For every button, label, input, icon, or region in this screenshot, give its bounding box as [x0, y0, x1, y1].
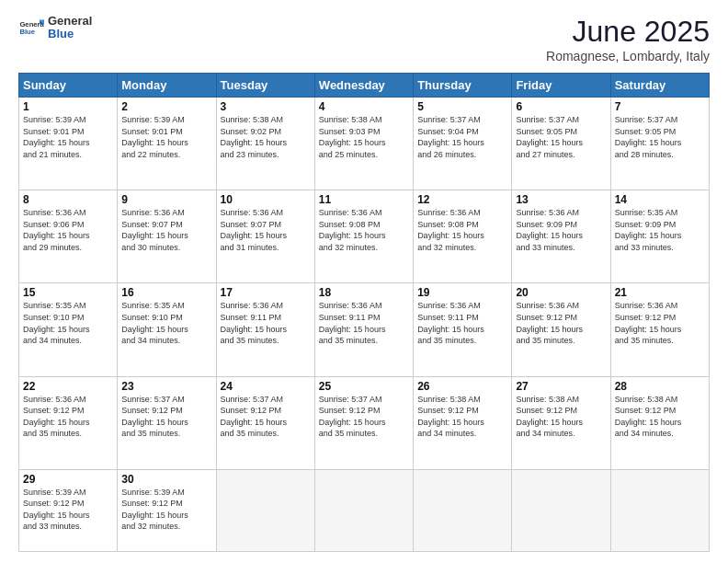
- day-number: 25: [319, 380, 409, 393]
- calendar-cell: 20Sunrise: 5:36 AMSunset: 9:12 PMDayligh…: [512, 283, 610, 376]
- calendar-cell: 12Sunrise: 5:36 AMSunset: 9:08 PMDayligh…: [414, 190, 512, 283]
- day-info: Sunrise: 5:36 AMSunset: 9:09 PMDaylight:…: [516, 207, 606, 253]
- calendar-cell: 16Sunrise: 5:35 AMSunset: 9:10 PMDayligh…: [118, 283, 216, 376]
- calendar-cell: [414, 469, 512, 551]
- day-number: 22: [23, 380, 113, 393]
- day-info: Sunrise: 5:37 AMSunset: 9:12 PMDaylight:…: [221, 394, 311, 440]
- day-info: Sunrise: 5:36 AMSunset: 9:06 PMDaylight:…: [23, 207, 113, 253]
- day-info: Sunrise: 5:36 AMSunset: 9:08 PMDaylight:…: [319, 207, 409, 253]
- day-info: Sunrise: 5:36 AMSunset: 9:12 PMDaylight:…: [516, 300, 606, 346]
- calendar-cell: 19Sunrise: 5:36 AMSunset: 9:11 PMDayligh…: [414, 283, 512, 376]
- header-monday: Monday: [118, 74, 216, 98]
- day-number: 26: [417, 380, 507, 393]
- calendar-cell: [216, 469, 314, 551]
- day-info: Sunrise: 5:38 AMSunset: 9:12 PMDaylight:…: [417, 394, 507, 440]
- calendar-cell: [314, 469, 413, 551]
- day-number: 14: [615, 193, 705, 206]
- day-number: 12: [417, 193, 507, 206]
- calendar-cell: 14Sunrise: 5:35 AMSunset: 9:09 PMDayligh…: [610, 190, 709, 283]
- weekday-header-row: Sunday Monday Tuesday Wednesday Thursday…: [19, 74, 710, 98]
- day-info: Sunrise: 5:37 AMSunset: 9:05 PMDaylight:…: [615, 114, 705, 160]
- day-number: 6: [516, 100, 606, 113]
- day-number: 28: [615, 380, 705, 393]
- day-info: Sunrise: 5:36 AMSunset: 9:11 PMDaylight:…: [319, 300, 409, 346]
- day-info: Sunrise: 5:37 AMSunset: 9:12 PMDaylight:…: [319, 394, 409, 440]
- day-number: 27: [516, 380, 606, 393]
- week-row-5: 29Sunrise: 5:39 AMSunset: 9:12 PMDayligh…: [19, 469, 710, 551]
- calendar-cell: 26Sunrise: 5:38 AMSunset: 9:12 PMDayligh…: [414, 376, 512, 469]
- header-saturday: Saturday: [610, 74, 709, 98]
- logo-blue-text: Blue: [48, 28, 92, 40]
- day-info: Sunrise: 5:35 AMSunset: 9:09 PMDaylight:…: [615, 207, 705, 253]
- day-info: Sunrise: 5:36 AMSunset: 9:11 PMDaylight:…: [221, 300, 311, 346]
- day-number: 2: [121, 100, 211, 113]
- day-info: Sunrise: 5:36 AMSunset: 9:12 PMDaylight:…: [23, 394, 113, 440]
- day-info: Sunrise: 5:36 AMSunset: 9:07 PMDaylight:…: [121, 207, 211, 253]
- location-text: Romagnese, Lombardy, Italy: [546, 49, 710, 63]
- day-number: 11: [319, 193, 409, 206]
- day-number: 24: [221, 380, 311, 393]
- day-info: Sunrise: 5:36 AMSunset: 9:12 PMDaylight:…: [615, 300, 705, 346]
- week-row-2: 8Sunrise: 5:36 AMSunset: 9:06 PMDaylight…: [19, 190, 710, 283]
- calendar-cell: 10Sunrise: 5:36 AMSunset: 9:07 PMDayligh…: [216, 190, 314, 283]
- day-number: 5: [417, 100, 507, 113]
- day-info: Sunrise: 5:39 AMSunset: 9:12 PMDaylight:…: [23, 487, 113, 533]
- calendar-cell: 5Sunrise: 5:37 AMSunset: 9:04 PMDaylight…: [414, 98, 512, 190]
- day-info: Sunrise: 5:38 AMSunset: 9:12 PMDaylight:…: [615, 394, 705, 440]
- calendar-cell: 28Sunrise: 5:38 AMSunset: 9:12 PMDayligh…: [610, 376, 709, 469]
- calendar-cell: 17Sunrise: 5:36 AMSunset: 9:11 PMDayligh…: [216, 283, 314, 376]
- header-wednesday: Wednesday: [314, 74, 413, 98]
- page: General Blue General Blue June 2025 Roma…: [0, 0, 728, 563]
- day-number: 9: [121, 193, 211, 206]
- day-info: Sunrise: 5:35 AMSunset: 9:10 PMDaylight:…: [23, 300, 113, 346]
- day-number: 18: [319, 286, 409, 299]
- day-number: 3: [221, 100, 311, 113]
- day-number: 19: [417, 286, 507, 299]
- logo-general-text: General: [48, 15, 92, 28]
- day-info: Sunrise: 5:38 AMSunset: 9:02 PMDaylight:…: [221, 114, 311, 160]
- calendar-cell: [512, 469, 610, 551]
- calendar-cell: 18Sunrise: 5:36 AMSunset: 9:11 PMDayligh…: [314, 283, 413, 376]
- day-info: Sunrise: 5:39 AMSunset: 9:12 PMDaylight:…: [121, 487, 211, 533]
- day-info: Sunrise: 5:38 AMSunset: 9:03 PMDaylight:…: [319, 114, 409, 160]
- calendar-cell: 8Sunrise: 5:36 AMSunset: 9:06 PMDaylight…: [19, 190, 118, 283]
- header-thursday: Thursday: [414, 74, 512, 98]
- day-number: 15: [23, 286, 113, 299]
- day-info: Sunrise: 5:38 AMSunset: 9:12 PMDaylight:…: [516, 394, 606, 440]
- calendar-cell: 21Sunrise: 5:36 AMSunset: 9:12 PMDayligh…: [610, 283, 709, 376]
- month-title: June 2025: [546, 15, 710, 49]
- calendar-cell: 6Sunrise: 5:37 AMSunset: 9:05 PMDaylight…: [512, 98, 610, 190]
- calendar-cell: 2Sunrise: 5:39 AMSunset: 9:01 PMDaylight…: [118, 98, 216, 190]
- header: General Blue General Blue June 2025 Roma…: [18, 15, 710, 63]
- title-block: June 2025 Romagnese, Lombardy, Italy: [546, 15, 710, 63]
- calendar-cell: 9Sunrise: 5:36 AMSunset: 9:07 PMDaylight…: [118, 190, 216, 283]
- calendar-cell: 29Sunrise: 5:39 AMSunset: 9:12 PMDayligh…: [19, 469, 118, 551]
- day-number: 4: [319, 100, 409, 113]
- calendar-cell: 7Sunrise: 5:37 AMSunset: 9:05 PMDaylight…: [610, 98, 709, 190]
- day-number: 23: [121, 380, 211, 393]
- calendar-cell: 24Sunrise: 5:37 AMSunset: 9:12 PMDayligh…: [216, 376, 314, 469]
- calendar-cell: 25Sunrise: 5:37 AMSunset: 9:12 PMDayligh…: [314, 376, 413, 469]
- day-info: Sunrise: 5:36 AMSunset: 9:07 PMDaylight:…: [221, 207, 311, 253]
- calendar-cell: 1Sunrise: 5:39 AMSunset: 9:01 PMDaylight…: [19, 98, 118, 190]
- day-info: Sunrise: 5:36 AMSunset: 9:08 PMDaylight:…: [417, 207, 507, 253]
- day-info: Sunrise: 5:37 AMSunset: 9:04 PMDaylight:…: [417, 114, 507, 160]
- calendar-cell: 3Sunrise: 5:38 AMSunset: 9:02 PMDaylight…: [216, 98, 314, 190]
- calendar-cell: 11Sunrise: 5:36 AMSunset: 9:08 PMDayligh…: [314, 190, 413, 283]
- calendar-table: Sunday Monday Tuesday Wednesday Thursday…: [18, 73, 710, 552]
- day-number: 8: [23, 193, 113, 206]
- day-number: 21: [615, 286, 705, 299]
- day-info: Sunrise: 5:39 AMSunset: 9:01 PMDaylight:…: [121, 114, 211, 160]
- day-number: 10: [221, 193, 311, 206]
- header-tuesday: Tuesday: [216, 74, 314, 98]
- day-info: Sunrise: 5:35 AMSunset: 9:10 PMDaylight:…: [121, 300, 211, 346]
- day-number: 29: [23, 473, 113, 486]
- day-number: 20: [516, 286, 606, 299]
- day-number: 16: [121, 286, 211, 299]
- day-info: Sunrise: 5:37 AMSunset: 9:05 PMDaylight:…: [516, 114, 606, 160]
- header-sunday: Sunday: [19, 74, 118, 98]
- calendar-cell: 15Sunrise: 5:35 AMSunset: 9:10 PMDayligh…: [19, 283, 118, 376]
- svg-text:Blue: Blue: [19, 28, 35, 36]
- calendar-cell: 27Sunrise: 5:38 AMSunset: 9:12 PMDayligh…: [512, 376, 610, 469]
- day-number: 17: [221, 286, 311, 299]
